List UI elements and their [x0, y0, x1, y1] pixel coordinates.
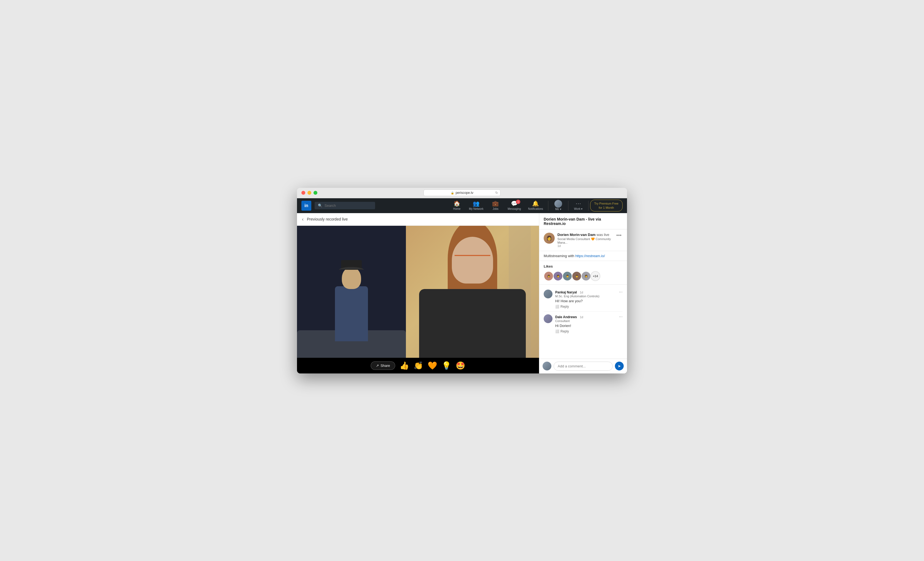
comment-more-2[interactable]: ···: [619, 314, 622, 319]
reaction-heart[interactable]: 🧡: [428, 361, 437, 370]
restream-link[interactable]: https://restream.io/: [575, 254, 605, 258]
nav-item-my-network[interactable]: 👥 My Network: [466, 198, 487, 213]
nav-notifications-label: Notifications: [528, 207, 543, 210]
post-info: 👩 Dorien Morin-van Dam was live Social M…: [539, 230, 627, 251]
nav-item-home[interactable]: 🏠 Home: [448, 198, 465, 213]
send-icon: ➤: [618, 364, 621, 368]
likes-section: Likes 👩 👩 👨 👨 👩 +14: [539, 261, 627, 285]
reply-icon-2: ⬜: [555, 330, 560, 333]
nav-item-me[interactable]: Me ▾: [550, 198, 567, 213]
reply-button-1[interactable]: ⬜ Reply: [555, 305, 622, 309]
nav-me-label: Me ▾: [555, 208, 561, 211]
like-avatar-4: 👨: [572, 271, 582, 281]
window-controls: [302, 191, 317, 195]
maximize-button[interactable]: [314, 191, 317, 195]
comment-item: Pankaj Naryal 1d M.Sc. Eng (Automation C…: [539, 287, 627, 311]
person-headphones: [339, 267, 364, 273]
person-face-right: [452, 237, 493, 284]
author-name: Dorien Morin-van Dam was live: [557, 232, 612, 237]
comment-avatar-dale: [544, 314, 552, 323]
video-header: ‹ Previously recorded live: [297, 213, 539, 226]
comment-header-2: Dale Andrews 1d Consultant ···: [555, 314, 622, 322]
main-content: ‹ Previously recorded live: [297, 213, 627, 374]
nav-jobs-label: Jobs: [492, 207, 498, 210]
search-container[interactable]: 🔍: [315, 202, 375, 209]
video-bottom-bar: ↗ Share 👍 👏 🧡 💡 🤩: [297, 358, 539, 374]
comments-section: Pankaj Naryal 1d M.Sc. Eng (Automation C…: [539, 285, 627, 358]
nav-item-work[interactable]: ⋯ Work ▾: [570, 198, 586, 213]
notifications-icon: 🔔: [532, 200, 539, 207]
search-input[interactable]: [324, 204, 372, 208]
premium-button[interactable]: Try Premium Free for 1 Month: [590, 200, 622, 212]
reaction-clap[interactable]: 👏: [414, 361, 423, 370]
comment-input[interactable]: [554, 362, 613, 371]
reaction-thumbs-up[interactable]: 👍: [400, 361, 409, 370]
nav-messaging-label: Messaging: [508, 207, 521, 210]
like-avatar-3: 👨: [562, 271, 572, 281]
nav-item-messaging[interactable]: 💬 1 Messaging: [504, 198, 524, 213]
url-text: periscope.tv: [456, 191, 474, 195]
linkedin-navbar: in 🔍 🏠 Home 👥 My Network 💼 Jobs 💬 1: [297, 198, 627, 213]
author-avatar: 👩: [544, 232, 555, 244]
post-timestamp: 1d: [557, 244, 612, 248]
right-person-area: MEDIA: [406, 226, 539, 358]
like-avatar-5: 👩: [581, 271, 591, 281]
post-more-button[interactable]: •••: [615, 232, 622, 238]
nav-items: 🏠 Home 👥 My Network 💼 Jobs 💬 1 Messaging…: [448, 198, 622, 213]
right-sidebar: Dorien Morin-van Dam - live via Restream…: [539, 213, 627, 374]
left-person-area: [297, 226, 406, 358]
nav-network-label: My Network: [469, 207, 483, 210]
likes-avatars: 👩 👩 👨 👨 👩 +14: [544, 271, 622, 281]
comment-time-2: 1d: [580, 315, 583, 319]
url-bar[interactable]: 🔒 periscope.tv ↻: [423, 189, 501, 196]
reply-button-2[interactable]: ⬜ Reply: [555, 330, 622, 333]
video-player[interactable]: MEDIA: [297, 226, 539, 358]
reload-icon[interactable]: ↻: [495, 191, 498, 195]
comment-role-1: M.Sc. Eng (Automation Controls): [555, 294, 619, 298]
jobs-icon: 💼: [492, 200, 499, 207]
author-role: Social Media Consultant 🧡 Community Mana…: [557, 237, 612, 244]
comment-text-2: Hi Dorien!: [555, 324, 622, 328]
me-avatar: [554, 200, 562, 208]
reaction-wow[interactable]: 🤩: [456, 361, 465, 370]
send-button[interactable]: ➤: [615, 362, 624, 370]
close-button[interactable]: [302, 191, 305, 195]
comment-header-1: Pankaj Naryal 1d M.Sc. Eng (Automation C…: [555, 290, 622, 298]
reply-icon-1: ⬜: [555, 305, 560, 309]
share-button[interactable]: ↗ Share: [371, 362, 396, 370]
browser-window: 🔒 periscope.tv ↻ in 🔍 🏠 Home 👥 My Networ…: [297, 188, 627, 374]
comment-author-1: Pankaj Naryal: [555, 290, 577, 294]
comment-text-1: Hi! How are you?: [555, 299, 622, 303]
back-button[interactable]: ‹: [302, 216, 304, 222]
comment-meta-1: Pankaj Naryal 1d M.Sc. Eng (Automation C…: [555, 290, 619, 298]
search-icon: 🔍: [318, 204, 322, 208]
work-icon: ⋯: [576, 200, 581, 207]
sidebar-title: Dorien Morin-van Dam - live via Restream…: [544, 217, 622, 226]
person-shoulder-right: [419, 289, 525, 358]
nav-home-label: Home: [453, 207, 460, 210]
linkedin-logo[interactable]: in: [302, 201, 311, 211]
my-avatar: [543, 362, 551, 370]
sidebar-header: Dorien Morin-van Dam - live via Restream…: [539, 213, 627, 230]
nav-item-notifications[interactable]: 🔔 Notifications: [525, 198, 546, 213]
nav-item-jobs[interactable]: 💼 Jobs: [487, 198, 504, 213]
author-status: was live: [597, 232, 609, 237]
comment-body-1: Pankaj Naryal 1d M.Sc. Eng (Automation C…: [555, 290, 622, 309]
nav-divider-2: [568, 201, 568, 211]
comment-input-area: ➤: [539, 358, 627, 374]
comment-more-1[interactable]: ···: [619, 290, 622, 294]
lock-icon: 🔒: [451, 191, 454, 194]
reaction-bulb[interactable]: 💡: [442, 361, 451, 370]
video-title: Previously recorded live: [307, 217, 348, 221]
network-icon: 👥: [473, 200, 480, 207]
video-container: MEDIA: [297, 226, 539, 358]
minimize-button[interactable]: [308, 191, 311, 195]
comment-body-2: Dale Andrews 1d Consultant ··· Hi Dorien…: [555, 314, 622, 333]
comment-meta-2: Dale Andrews 1d Consultant: [555, 314, 619, 322]
comment-item-2: Dale Andrews 1d Consultant ··· Hi Dorien…: [539, 312, 627, 336]
home-icon: 🏠: [453, 200, 460, 207]
like-avatar-1: 👩: [544, 271, 554, 281]
messaging-badge: 1: [516, 200, 520, 204]
likes-count: +14: [590, 271, 600, 281]
comment-time-1: 1d: [580, 291, 583, 294]
